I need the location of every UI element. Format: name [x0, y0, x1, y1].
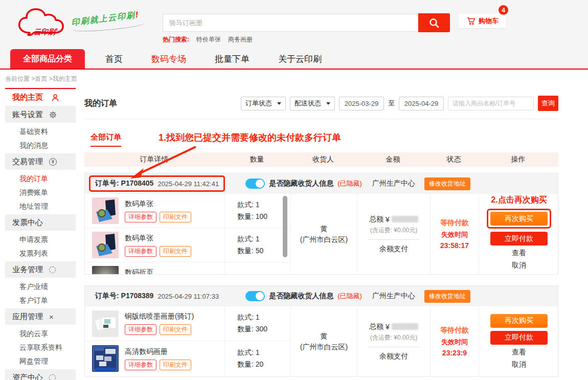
hot-search: 热门搜索: 特价单张 商务画册 — [163, 35, 450, 44]
hide-receiver-toggle[interactable] — [245, 178, 265, 189]
buy-again-button[interactable]: 再次购买 — [490, 314, 548, 328]
sidebar-section-trade[interactable]: 交易管理 ¥ — [5, 153, 76, 170]
detail-params-tag[interactable]: 详细参数 — [125, 212, 156, 222]
search-area: 热门搜索: 特价单张 商务画册 — [163, 13, 450, 44]
print-file-tag[interactable]: 印刷文件 — [160, 212, 191, 222]
sidebar-item-customer-orders[interactable]: 客户订单 — [5, 294, 76, 307]
order-items-scroll-area[interactable]: 数码单张 详细参数 印刷文件 款式: 1 数量: 100 — [85, 194, 290, 274]
person-icon — [51, 94, 59, 102]
sidebar-item-customer-performance[interactable]: 客户业绩 — [5, 280, 76, 294]
item-quantity-cell: 款式: 1 数量: 50 — [224, 228, 290, 262]
sidebar-section-account[interactable]: 账号设置 — [5, 106, 76, 123]
print-file-tag[interactable]: 印刷文件 — [160, 324, 191, 335]
cancel-order-link[interactable]: 取消 — [512, 360, 526, 369]
product-name[interactable]: 铜版纸喷墨画册(骑订) — [125, 312, 194, 321]
buy-again-button[interactable]: 再次购买 — [490, 212, 548, 226]
product-name[interactable]: 数码单张 — [125, 234, 191, 243]
hot-search-item[interactable]: 特价单张 — [196, 35, 221, 44]
view-order-link[interactable]: 查看 — [512, 249, 526, 258]
amount-cell: 总额¥ (含运费: ¥0.00元) 余额支付 — [357, 194, 430, 274]
product-thumbnail[interactable] — [92, 310, 119, 337]
hide-receiver-label: 是否隐藏收货人信息 — [269, 179, 333, 188]
brand-logo[interactable]: 云印刷® — [14, 6, 76, 40]
all-categories-button[interactable]: 全部商品分类 — [10, 49, 85, 69]
product-name[interactable]: 数码单张 — [125, 199, 191, 209]
sidebar-item-apply-invoice[interactable]: 申请发票 — [5, 233, 76, 247]
sidebar-section-invoice[interactable]: 发票中心 — [5, 214, 76, 231]
order-number-highlight-box: 订单号: P1708405 2025-04-29 11:42:41 — [89, 175, 225, 192]
order-item-row: 数码折页 详细参数 印刷文件 款式: 1 — [85, 262, 290, 274]
detail-params-tag[interactable]: 详细参数 — [125, 324, 156, 335]
search-icon — [428, 17, 440, 29]
order-status-select[interactable]: 订单状态 — [241, 97, 286, 110]
chevron-down-icon — [277, 102, 281, 105]
items-scrollbar[interactable] — [283, 196, 287, 257]
close-icon: × — [49, 313, 54, 321]
page-title: 我的订单 — [84, 98, 117, 109]
hide-receiver-toggle[interactable] — [245, 291, 265, 301]
nav-home[interactable]: 首页 — [105, 53, 123, 65]
annotation-step2: 2.点击再次购买 — [491, 195, 547, 206]
pay-now-button[interactable]: 立即付款 — [490, 331, 548, 345]
sidebar-item-address[interactable]: 地址管理 — [5, 199, 76, 213]
pay-now-button[interactable]: 立即付款 — [490, 232, 548, 245]
sidebar-section-assets[interactable]: 资产中心 — [5, 369, 76, 380]
section-label: 发票中心 — [12, 218, 43, 228]
tab-all-orders[interactable]: 全部订单 — [91, 132, 121, 147]
actions-cell: 再次购买 立即付款 查看 取消 — [479, 306, 559, 376]
product-name[interactable]: 数码折页 — [125, 268, 191, 275]
actions-cell: 2.点击再次购买 再次购买 立即付款 查看 取消 — [479, 194, 559, 274]
sidebar-item-my-messages[interactable]: 我的消息 — [5, 139, 76, 152]
gear-icon — [49, 111, 57, 119]
date-from-input[interactable]: 2025-03-29 — [339, 97, 384, 110]
view-order-link[interactable]: 查看 — [512, 348, 526, 357]
detail-params-tag[interactable]: 详细参数 — [125, 360, 156, 370]
receiver-cell: 黄 (广州市白云区) — [290, 194, 357, 274]
product-thumbnail[interactable] — [92, 266, 119, 274]
main-nav: 全部商品分类 首页 数码专场 批量下单 关于云印刷 — [0, 46, 588, 70]
keyword-input[interactable] — [448, 97, 534, 110]
order-card: 订单号: P1708389 2025-04-29 11:07:33 是否隐藏收货… — [84, 285, 558, 377]
query-button[interactable]: 查询 — [538, 96, 558, 111]
hide-state-badge: (已隐藏) — [337, 179, 362, 188]
product-thumbnail[interactable] — [92, 197, 119, 224]
sidebar-item-billing[interactable]: 消费账单 — [5, 186, 76, 199]
col-actions: 操作 — [478, 155, 558, 164]
breadcrumb: 当前位置 >首页 >我的主页 — [0, 70, 588, 88]
print-file-tag[interactable]: 印刷文件 — [160, 246, 191, 257]
item-quantity-cell: 款式: 1 数量: 100 — [224, 194, 290, 228]
search-button[interactable] — [418, 13, 450, 32]
sidebar-item-my-cloudshare[interactable]: 我的云享 — [5, 327, 76, 341]
product-name[interactable]: 高清数码画册 — [125, 347, 191, 356]
sidebar-item-invoice-list[interactable]: 发票列表 — [5, 247, 76, 260]
modify-address-button[interactable]: 修改收货地址 — [424, 177, 470, 190]
nav-about[interactable]: 关于云印刷 — [278, 53, 322, 65]
nav-digital[interactable]: 数码专场 — [151, 53, 186, 65]
sidebar-section-business[interactable]: 业务管理 — [5, 261, 76, 278]
sidebar-item-my-orders[interactable]: 我的订单 — [5, 172, 76, 186]
nav-bulk-order[interactable]: 批量下单 — [215, 53, 250, 65]
status-cell: 等待付款 失效时间 23:58:17 — [430, 194, 479, 274]
cart-button[interactable]: 购物车 — [459, 14, 506, 28]
sidebar-home-label: 我的主页 — [12, 93, 43, 102]
sidebar-item-netdisk[interactable]: 网盘管理 — [5, 354, 76, 368]
product-thumbnail[interactable] — [92, 232, 119, 258]
date-range-to-label: 至 — [388, 99, 395, 108]
hide-receiver-label: 是否隐藏收货人信息 — [269, 292, 333, 301]
search-input[interactable] — [163, 14, 418, 32]
date-to-input[interactable]: 2025-04-29 — [399, 97, 444, 110]
status-cell: 等待付款 失效时间 23:23:9 — [430, 306, 479, 376]
sidebar-item-basic-info[interactable]: 基础资料 — [5, 125, 76, 139]
amount-cell: 总额¥ (含运费: ¥0.00元) 余额支付 — [357, 306, 430, 376]
sidebar-item-cloudshare-contacts[interactable]: 云享联系资料 — [5, 341, 76, 354]
modify-address-button[interactable]: 修改收货地址 — [424, 290, 470, 303]
cancel-order-link[interactable]: 取消 — [512, 261, 526, 270]
delivery-status-select[interactable]: 配送状态 — [290, 97, 335, 110]
detail-params-tag[interactable]: 详细参数 — [125, 246, 156, 257]
sidebar-item-my-home[interactable]: 我的主页 — [5, 89, 76, 106]
product-thumbnail[interactable] — [92, 345, 119, 372]
print-file-tag[interactable]: 印刷文件 — [160, 360, 191, 370]
hot-search-item[interactable]: 商务画册 — [228, 35, 253, 44]
sidebar-section-apps[interactable]: 应用管理 × — [5, 308, 76, 325]
order-item-row: 数码单张 详细参数 印刷文件 款式: 1 数量: 50 — [85, 228, 290, 262]
